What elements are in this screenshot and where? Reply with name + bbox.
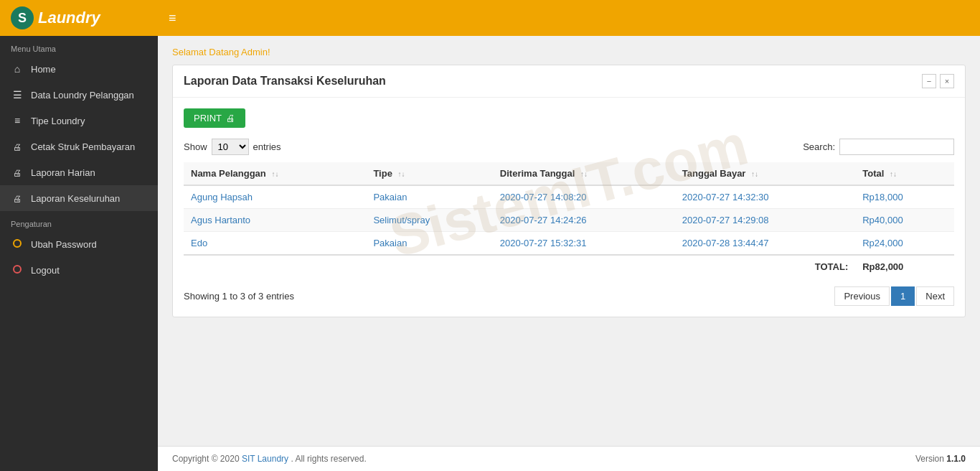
- report-card: SistemIT.com Laporan Data Transaksi Kese…: [172, 65, 966, 317]
- print-button-label: PRINT: [194, 113, 222, 123]
- show-label: Show: [184, 141, 207, 152]
- sidebar-item-label: Tipe Loundry: [31, 116, 85, 126]
- welcome-text: Selamat Datang Admin!: [172, 47, 966, 57]
- home-icon: [11, 63, 24, 75]
- sort-icon: ↑↓: [398, 170, 405, 178]
- cell-nama: Edo: [184, 232, 366, 256]
- print-button[interactable]: PRINT 🖨: [184, 108, 245, 128]
- table-header-row: Nama Pelanggan ↑↓ Tipe ↑↓ Diterima Tangg…: [184, 162, 954, 185]
- sidebar-item-label: Laporan Keseluruhan: [31, 193, 120, 204]
- sort-icon: ↑↓: [751, 170, 758, 178]
- showing-text: Showing 1 to 3 of 3 entries: [184, 291, 294, 302]
- cell-bayar: 2020-07-27 14:32:30: [675, 185, 855, 209]
- version-label: Version: [915, 454, 944, 464]
- transactions-table: Nama Pelanggan ↑↓ Tipe ↑↓ Diterima Tangg…: [184, 162, 954, 278]
- cell-nama: Agus Hartanto: [184, 209, 366, 232]
- footer: Copyright © 2020 SIT Laundry . All right…: [158, 446, 980, 471]
- total-label: TOTAL:: [675, 255, 855, 278]
- report-all-icon: [11, 192, 24, 204]
- table-row: Agung Hapsah Pakaian 2020-07-27 14:08:20…: [184, 185, 954, 209]
- cell-bayar: 2020-07-28 13:44:47: [675, 232, 855, 256]
- footer-copyright: Copyright © 2020 SIT Laundry . All right…: [172, 454, 367, 464]
- card-title: Laporan Data Transaksi Keseluruhan: [184, 75, 386, 88]
- logo: S Laundry: [11, 6, 161, 29]
- print-icon: [11, 141, 24, 152]
- version-value: 1.1.0: [946, 454, 966, 464]
- empty-cell: [184, 255, 675, 278]
- datatable-footer: Showing 1 to 3 of 3 entries Previous 1 N…: [184, 286, 954, 306]
- sidebar-item-label: Home: [31, 64, 56, 75]
- search-box: Search:: [803, 139, 954, 155]
- content-main: Selamat Datang Admin! SistemIT.com Lapor…: [158, 36, 980, 446]
- cell-diterima: 2020-07-27 15:32:31: [493, 232, 675, 256]
- footer-brand[interactable]: SIT Laundry: [242, 454, 288, 464]
- printer-icon: 🖨: [226, 113, 235, 123]
- list-icon: [11, 89, 24, 101]
- entries-select[interactable]: 10 25 50 100: [212, 139, 249, 155]
- hamburger-icon[interactable]: ≡: [169, 11, 176, 26]
- cell-tipe: Pakaian: [366, 232, 492, 256]
- cell-total: Rp18,000: [855, 185, 954, 209]
- show-entries: Show 10 25 50 100 entries: [184, 139, 281, 155]
- previous-button[interactable]: Previous: [834, 286, 890, 306]
- tipe-icon: [11, 115, 24, 126]
- report-icon: [11, 167, 24, 178]
- pengaturan-label: Pengaturan: [0, 211, 158, 231]
- search-label: Search:: [803, 141, 835, 152]
- cell-total: Rp24,000: [855, 232, 954, 256]
- sidebar-item-label: Ubah Password: [31, 239, 97, 250]
- cell-nama: Agung Hapsah: [184, 185, 366, 209]
- cell-diterima: 2020-07-27 14:24:26: [493, 209, 675, 232]
- sidebar-item-laporan-harian[interactable]: Laporan Harian: [0, 159, 158, 185]
- col-total: Total ↑↓: [855, 162, 954, 185]
- close-button[interactable]: ×: [940, 74, 954, 88]
- next-button[interactable]: Next: [916, 286, 954, 306]
- col-tipe: Tipe ↑↓: [366, 162, 492, 185]
- footer-version: Version 1.1.0: [915, 454, 966, 464]
- content-area: Selamat Datang Admin! SistemIT.com Lapor…: [158, 36, 980, 471]
- sidebar-item-label: Logout: [31, 265, 60, 276]
- sidebar-item-ubah-password[interactable]: Ubah Password: [0, 231, 158, 257]
- card-controls: − ×: [922, 74, 954, 88]
- footer-rights: . All rights reserved.: [291, 454, 366, 464]
- pagination: Previous 1 Next: [834, 286, 954, 306]
- cell-diterima: 2020-07-27 14:08:20: [493, 185, 675, 209]
- search-input[interactable]: [839, 139, 954, 155]
- minimize-button[interactable]: −: [922, 74, 936, 88]
- entries-label: entries: [253, 141, 281, 152]
- col-bayar: Tanggal Bayar ↑↓: [675, 162, 855, 185]
- circle-red-icon: [11, 264, 24, 276]
- sidebar-item-label: Cetak Struk Pembayaran: [31, 141, 135, 152]
- sidebar: Menu Utama Home Data Loundry Pelanggan T…: [0, 36, 158, 471]
- sidebar-item-data-loundry[interactable]: Data Loundry Pelanggan: [0, 82, 158, 108]
- sidebar-item-laporan-keseluruhan[interactable]: Laporan Keseluruhan: [0, 185, 158, 211]
- sort-icon: ↑↓: [271, 170, 278, 178]
- cell-tipe: Pakaian: [366, 185, 492, 209]
- sidebar-item-cetak-struk[interactable]: Cetak Struk Pembayaran: [0, 134, 158, 159]
- sort-icon: ↑↓: [890, 170, 897, 178]
- cell-total: Rp40,000: [855, 209, 954, 232]
- copyright-text: Copyright © 2020: [172, 454, 242, 464]
- table-row: Agus Hartanto Selimut/spray 2020-07-27 1…: [184, 209, 954, 232]
- total-value: Rp82,000: [855, 255, 954, 278]
- total-row: TOTAL: Rp82,000: [184, 255, 954, 278]
- card-header: Laporan Data Transaksi Keseluruhan − ×: [173, 65, 965, 98]
- sidebar-item-home[interactable]: Home: [0, 56, 158, 82]
- col-nama: Nama Pelanggan ↑↓: [184, 162, 366, 185]
- page-1-button[interactable]: 1: [891, 286, 915, 306]
- datatable-controls: Show 10 25 50 100 entries Search:: [184, 139, 954, 155]
- cell-tipe: Selimut/spray: [366, 209, 492, 232]
- sidebar-item-logout[interactable]: Logout: [0, 257, 158, 283]
- logo-icon: S: [11, 6, 34, 29]
- sidebar-item-tipe-loundry[interactable]: Tipe Loundry: [0, 108, 158, 134]
- main-layout: Menu Utama Home Data Loundry Pelanggan T…: [0, 36, 980, 471]
- table-row: Edo Pakaian 2020-07-27 15:32:31 2020-07-…: [184, 232, 954, 256]
- menu-utama-label: Menu Utama: [0, 36, 158, 56]
- sidebar-item-label: Laporan Harian: [31, 167, 95, 178]
- cell-bayar: 2020-07-27 14:29:08: [675, 209, 855, 232]
- topbar: S Laundry ≡: [0, 0, 980, 36]
- col-diterima: Diterima Tanggal ↑↓: [493, 162, 675, 185]
- logo-text: Laundry: [38, 9, 100, 27]
- card-body: PRINT 🖨 Show 10 25 50 100: [173, 98, 965, 317]
- circle-orange-icon: [11, 238, 24, 250]
